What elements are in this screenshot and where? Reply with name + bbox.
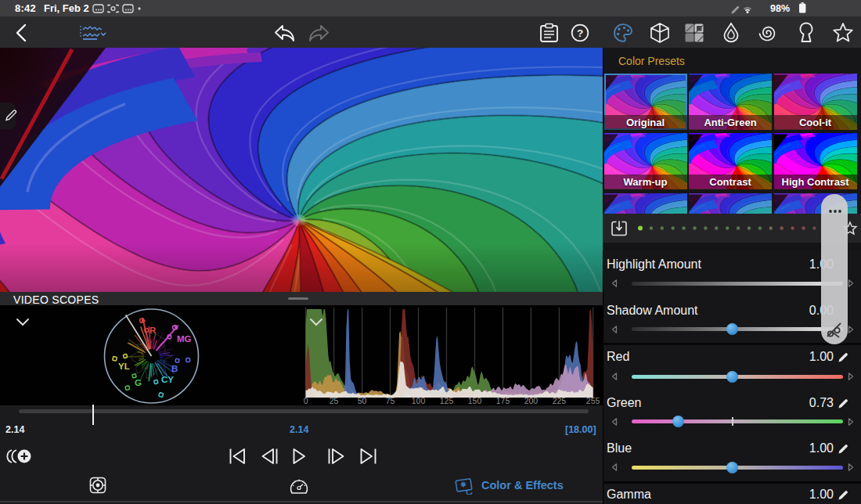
svg-text:100: 100 (412, 396, 426, 405)
svg-text:MG: MG (177, 334, 192, 344)
svg-text:255: 255 (586, 396, 600, 405)
svg-text:125: 125 (440, 396, 454, 405)
svg-text:200: 200 (524, 396, 539, 405)
svg-text:R: R (150, 326, 157, 335)
svg-text:150: 150 (468, 396, 482, 405)
svg-text:G: G (135, 378, 142, 387)
svg-text:CY: CY (161, 375, 174, 384)
svg-text:175: 175 (496, 396, 510, 405)
svg-text:50: 50 (358, 396, 367, 405)
svg-text:B: B (171, 364, 178, 373)
svg-text:25: 25 (330, 396, 339, 405)
svg-text:YL: YL (118, 362, 130, 371)
svg-text:75: 75 (386, 396, 395, 405)
svg-text:225: 225 (553, 396, 567, 405)
svg-text:0: 0 (304, 396, 308, 405)
